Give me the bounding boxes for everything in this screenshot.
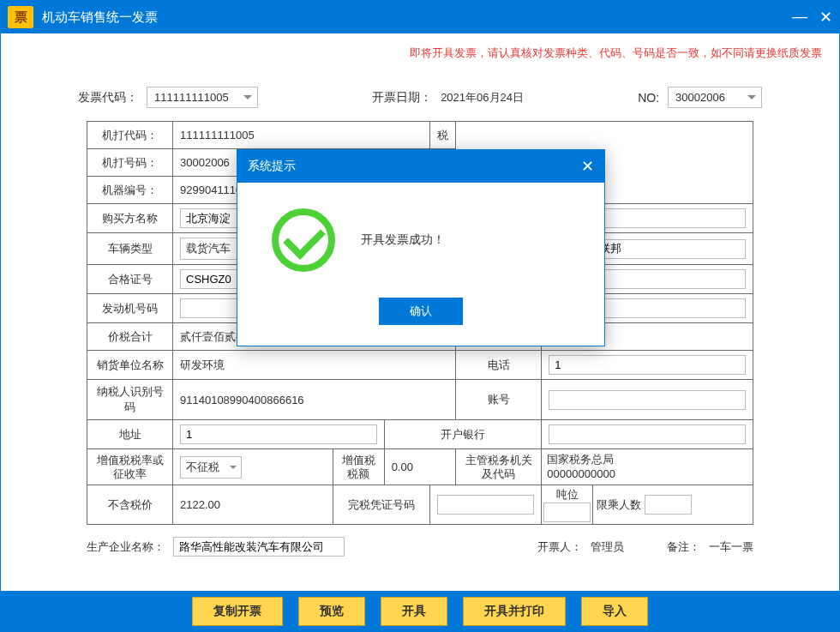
- modal-title: 系统提示: [248, 159, 581, 174]
- modal-message: 开具发票成功！: [361, 232, 445, 248]
- success-check-icon: [272, 208, 335, 272]
- modal-ok-button[interactable]: 确认: [379, 298, 463, 325]
- system-prompt-modal: 系统提示 ✕ 开具发票成功！ 确认: [237, 149, 605, 346]
- modal-close-button[interactable]: ✕: [581, 157, 594, 176]
